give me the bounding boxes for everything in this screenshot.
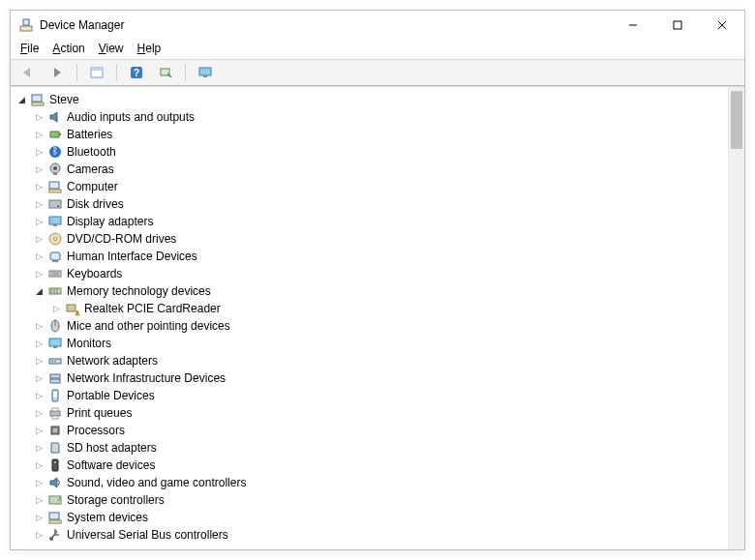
expand-icon[interactable]: ▷ [32, 424, 45, 437]
expand-icon[interactable]: ▷ [32, 267, 45, 280]
expand-icon[interactable]: ▷ [32, 337, 45, 350]
svg-rect-15 [50, 132, 59, 137]
monitor-button[interactable] [194, 62, 217, 83]
scan-button[interactable] [154, 62, 177, 83]
tree-node[interactable]: ▷Cameras [15, 161, 728, 178]
expand-icon[interactable]: ▷ [32, 197, 45, 211]
expand-icon[interactable]: ▷ [32, 511, 45, 524]
expand-icon[interactable]: ▷ [32, 528, 45, 542]
tree-node[interactable]: ▷Sound, video and game controllers [15, 474, 728, 491]
help-button[interactable]: ? [125, 62, 148, 83]
expand-icon[interactable]: ▷ [32, 493, 45, 507]
show-hidden-button[interactable] [85, 62, 108, 83]
tree-node[interactable]: ▷Network Infrastructure Devices [15, 369, 728, 387]
tree-node[interactable]: ▷Human Interface Devices [15, 248, 728, 265]
menu-view[interactable]: ViewView [99, 42, 124, 55]
expand-icon[interactable]: ▷ [32, 371, 45, 385]
tree-node[interactable]: ▷Portable Devices [15, 387, 728, 404]
tree-node[interactable]: ▷Audio inputs and outputs [15, 108, 728, 126]
storage-icon [47, 492, 63, 508]
tree-node[interactable]: ▷Software devices [15, 457, 728, 474]
svg-rect-48 [50, 379, 60, 383]
tree-node[interactable]: ◢Memory technology devices [15, 282, 728, 300]
tree-node-label: Display adapters [67, 213, 153, 230]
titlebar: Device Manager [11, 11, 744, 40]
tree-node[interactable]: ▷SD host adapters [15, 439, 728, 457]
expand-icon[interactable]: ▷ [32, 250, 45, 263]
svg-rect-20 [53, 173, 57, 175]
keyboard-icon [47, 266, 63, 281]
expand-icon[interactable]: ▷ [49, 302, 63, 315]
vertical-scrollbar[interactable] [728, 87, 744, 549]
bluetooth-icon [47, 144, 63, 160]
maximize-button[interactable] [655, 11, 700, 40]
battery-icon [47, 127, 63, 142]
tree-node-label: Realtek PCIE CardReader [84, 300, 221, 317]
svg-rect-22 [49, 190, 61, 192]
tree-node[interactable]: ▷System devices [15, 509, 728, 526]
svg-text:?: ? [134, 68, 139, 78]
tree-node-label: Portable Devices [67, 387, 155, 404]
expand-icon[interactable]: ▷ [32, 319, 45, 333]
minimize-button[interactable] [611, 11, 655, 40]
tree-node[interactable]: ▷Network adapters [15, 352, 728, 369]
computer-icon [47, 179, 63, 194]
system-icon [47, 510, 63, 525]
menu-help[interactable]: HelpHelp [137, 42, 162, 55]
forward-button[interactable] [45, 62, 69, 83]
tree-node[interactable]: ◢Steve [15, 91, 728, 108]
close-button[interactable] [700, 11, 744, 40]
expand-icon[interactable]: ▷ [32, 441, 45, 455]
expand-icon[interactable]: ▷ [32, 476, 45, 489]
svg-point-46 [54, 361, 56, 363]
menu-file[interactable]: FFile/*noop*/ile [20, 42, 39, 55]
tree-node-label: Human Interface Devices [67, 248, 197, 265]
tree-node[interactable]: ▷Batteries [15, 126, 728, 143]
expand-icon[interactable]: ▷ [32, 458, 45, 472]
tree-node-label: Memory technology devices [67, 282, 211, 300]
tree-node[interactable]: ▷!Realtek PCIE CardReader [15, 300, 728, 317]
tree-node[interactable]: ▷Disk drives [15, 195, 728, 213]
scroll-thumb[interactable] [731, 91, 742, 149]
collapse-icon[interactable]: ◢ [15, 93, 28, 106]
tree-node[interactable]: ▷Computer [15, 178, 728, 195]
device-tree[interactable]: ◢Steve▷Audio inputs and outputs▷Batterie… [11, 87, 728, 549]
expand-icon[interactable]: ▷ [32, 180, 45, 193]
tree-node[interactable]: ▷Keyboards [15, 265, 728, 282]
tree-node-label: Bluetooth [67, 143, 116, 161]
tree-node[interactable]: ▷Display adapters [15, 213, 728, 230]
collapse-icon[interactable]: ◢ [32, 284, 45, 298]
tree-node-label: Cameras [67, 161, 114, 178]
menu-action[interactable]: ActionAction [52, 42, 84, 55]
back-button[interactable] [16, 62, 40, 83]
tree-node-label: Network adapters [67, 352, 158, 369]
tree-node[interactable]: ▷Mice and other pointing devices [15, 317, 728, 335]
mouse-icon [47, 318, 63, 334]
tree-node[interactable]: ▷Processors [15, 422, 728, 439]
tree-node[interactable]: ▷Bluetooth [15, 143, 728, 161]
tree-node[interactable]: ▷Monitors [15, 335, 728, 352]
expand-icon[interactable]: ▷ [32, 232, 45, 246]
expand-icon[interactable]: ▷ [32, 145, 45, 159]
svg-text:!: ! [76, 310, 77, 316]
expand-icon[interactable]: ▷ [32, 215, 45, 228]
svg-rect-51 [50, 411, 60, 416]
expand-icon[interactable]: ▷ [32, 389, 45, 402]
expand-icon[interactable]: ▷ [32, 354, 45, 368]
memory-icon [47, 283, 63, 299]
tree-node-label: Keyboards [67, 265, 122, 282]
svg-rect-3 [674, 21, 681, 29]
tree-node-label: Batteries [67, 126, 112, 143]
expand-icon[interactable]: ▷ [32, 406, 45, 420]
tree-node-label: Print queues [67, 404, 132, 422]
tree-node-label: System devices [67, 509, 148, 526]
tree-node[interactable]: ▷DVD/CD-ROM drives [15, 230, 728, 248]
tree-node[interactable]: ▷Storage controllers [15, 491, 728, 509]
expand-icon[interactable]: ▷ [32, 162, 45, 176]
tree-node[interactable]: ▷Universal Serial Bus controllers [15, 526, 728, 544]
tree-node[interactable]: ▷Print queues [15, 404, 728, 422]
computer-icon [30, 92, 45, 107]
expand-icon[interactable]: ▷ [32, 110, 45, 124]
expand-icon[interactable]: ▷ [32, 128, 45, 141]
tree-node-label: Processors [67, 422, 125, 439]
